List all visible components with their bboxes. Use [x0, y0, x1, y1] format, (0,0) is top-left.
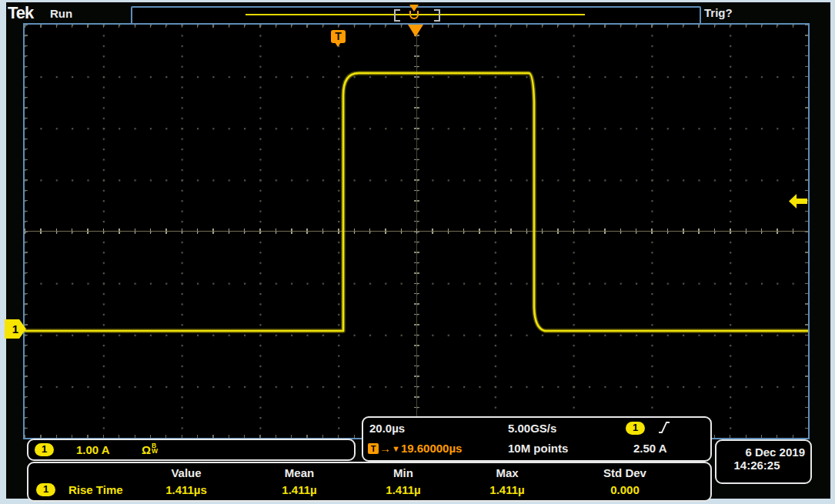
record-length: 10M points: [508, 442, 568, 455]
time-label: 14:26:25: [716, 459, 805, 472]
tek-logo: Tek: [8, 3, 33, 23]
scope-screen: Tek Run Trig? T 1: [6, 2, 830, 499]
ch1-readout[interactable]: 1 1.00 A ΩBW: [27, 439, 356, 461]
window-bracket-left-icon[interactable]: [394, 9, 400, 22]
meas-header-mean: Mean: [285, 466, 314, 479]
record-view-bar[interactable]: [131, 6, 701, 25]
ch1-badge: 1: [35, 443, 54, 456]
trigger-source-badge: 1: [626, 422, 645, 435]
trigger-delay-value: 19.60000µs: [401, 442, 463, 455]
impedance-omega-icon: Ω: [142, 443, 151, 456]
meas-max: 1.411µ: [489, 483, 524, 496]
rising-edge-slope-icon: [658, 421, 670, 435]
datetime-box: 6 Dec 2019 14:26:25: [715, 439, 812, 484]
arrow-icon: →: [379, 442, 391, 455]
bandwidth-limit-icon: BW: [152, 443, 158, 454]
meas-header-stddev: Std Dev: [603, 466, 646, 479]
date-label: 6 Dec 2019: [716, 446, 805, 459]
meas-min: 1.411µ: [386, 483, 420, 496]
sample-rate: 5.00GS/s: [508, 422, 556, 435]
meas-mean: 1.411µ: [282, 483, 316, 496]
window-bracket-right-icon[interactable]: [434, 9, 440, 22]
meas-name: Rise Time: [68, 483, 123, 496]
horizontal-trigger-readout[interactable]: 20.0µs 5.00GS/s 1 T→▼19.60000µs 10M poin…: [362, 416, 712, 462]
pointer-icon: ▼: [392, 444, 400, 453]
trigger-position-flag-icon[interactable]: T: [331, 30, 346, 43]
expansion-point-triangle-icon[interactable]: [408, 25, 423, 37]
meas-source-badge: 1: [36, 483, 55, 496]
meas-header-value: Value: [171, 466, 201, 479]
ch1-trace: [25, 25, 808, 438]
trigger-level-value: 2.50 A: [633, 442, 667, 455]
ch1-impedance-bandwidth: ΩBW: [142, 443, 158, 456]
trigger-status: Trig?: [704, 6, 733, 19]
meas-value: 1.411µs: [165, 483, 207, 496]
meas-header-max: Max: [496, 466, 518, 479]
trigger-t-icon: T: [368, 443, 379, 454]
measurement-readout[interactable]: Value Mean Min Max Std Dev 1 Rise Time 1…: [27, 462, 712, 502]
graticule: T: [23, 23, 810, 439]
acquisition-status: Run: [50, 7, 72, 20]
time-per-division: 20.0µs: [369, 422, 405, 435]
meas-stddev: 0.000: [610, 483, 640, 496]
oscilloscope-screenshot: Tek Run Trig? T 1: [0, 0, 835, 504]
trigger-position-readout: T→▼19.60000µs: [368, 442, 462, 455]
ch1-vertical-scale: 1.00 A: [76, 443, 110, 456]
expansion-point-icon[interactable]: [409, 11, 419, 19]
meas-header-min: Min: [393, 466, 413, 479]
